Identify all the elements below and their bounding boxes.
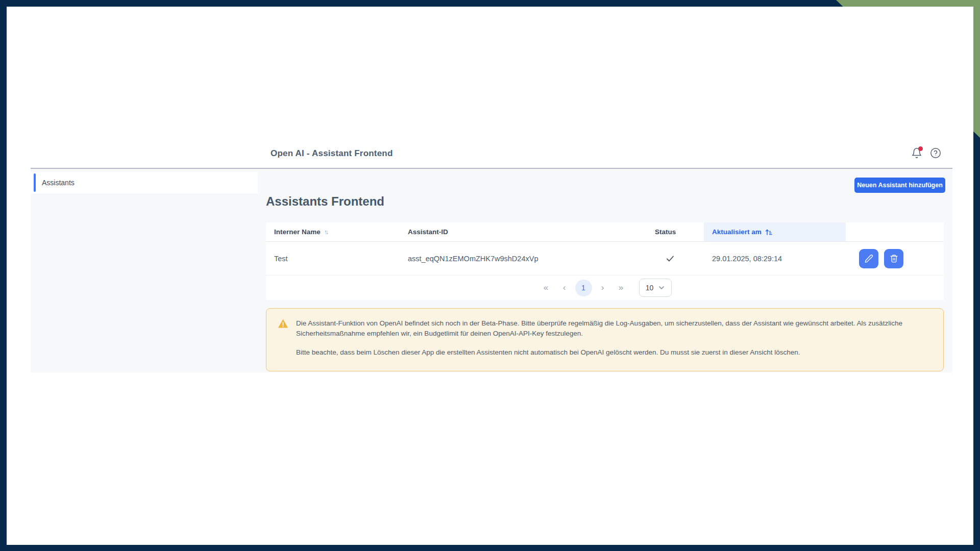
trash-icon <box>890 254 898 263</box>
previous-page-button[interactable]: ‹ <box>557 280 572 295</box>
app-window: Open AI - Assistant Frontend <box>7 7 973 545</box>
help-icon <box>930 147 941 159</box>
notifications-button[interactable] <box>910 146 923 160</box>
column-header-status: Status <box>647 222 704 241</box>
chevron-down-icon <box>658 285 665 291</box>
check-icon <box>665 254 704 264</box>
warning-paragraph-2: Bitte beachte, dass beim Löschen dieser … <box>296 347 931 358</box>
header-icons <box>910 146 942 160</box>
cell-updated-at: 29.01.2025, 08:29:14 <box>704 255 846 263</box>
warning-paragraph-1: Die Assistant-Funktion von OpenAI befind… <box>296 318 931 339</box>
sidebar: Assistants <box>31 169 258 372</box>
table-header-row: Interner Name ↑↓ Assistant-ID Status Akt… <box>266 222 944 242</box>
column-header-interner-name[interactable]: Interner Name ↑↓ <box>266 222 400 241</box>
add-assistant-button[interactable]: Neuen Assistant hinzufügen <box>854 178 945 193</box>
sidebar-item-label: Assistants <box>42 179 75 187</box>
column-header-actions <box>846 222 944 241</box>
pagination: « ‹ 1 › » 10 <box>266 276 944 300</box>
help-button[interactable] <box>929 146 942 160</box>
cell-actions <box>846 249 944 268</box>
column-header-aktualisiert-am[interactable]: Aktualisiert am <box>704 222 846 241</box>
cell-status <box>647 254 704 264</box>
current-page-button[interactable]: 1 <box>575 280 592 296</box>
next-page-button[interactable]: › <box>595 280 610 295</box>
sort-ascending-icon <box>765 229 772 236</box>
beta-warning-banner: Die Assistant-Funktion von OpenAI befind… <box>266 308 944 371</box>
assistants-table: Interner Name ↑↓ Assistant-ID Status Akt… <box>266 222 944 300</box>
first-page-button[interactable]: « <box>538 280 554 295</box>
active-indicator <box>34 173 36 192</box>
delete-button[interactable] <box>884 249 903 268</box>
warning-triangle-icon <box>278 318 288 371</box>
content-area: Assistants Neuen Assistant hinzufügen As… <box>31 169 952 372</box>
cell-interner-name: Test <box>266 255 400 263</box>
app-title: Open AI - Assistant Frontend <box>271 148 393 159</box>
notification-badge <box>918 146 923 151</box>
last-page-button[interactable]: » <box>614 280 629 295</box>
table-row: Test asst_eqQN1zEMOmZHK7w9shD24xVp 29.01… <box>266 242 944 276</box>
edit-button[interactable] <box>859 249 878 268</box>
page-title: Assistants Frontend <box>266 194 384 209</box>
warning-text: Die Assistant-Funktion von OpenAI befind… <box>296 318 931 371</box>
column-header-assistant-id: Assistant-ID <box>400 222 647 241</box>
sort-icon: ↑↓ <box>324 229 327 236</box>
cell-assistant-id: asst_eqQN1zEMOmZHK7w9shD24xVp <box>400 255 647 263</box>
page-size-select[interactable]: 10 <box>639 279 672 297</box>
pencil-icon <box>864 254 873 263</box>
sidebar-item-assistants[interactable]: Assistants <box>31 172 258 193</box>
